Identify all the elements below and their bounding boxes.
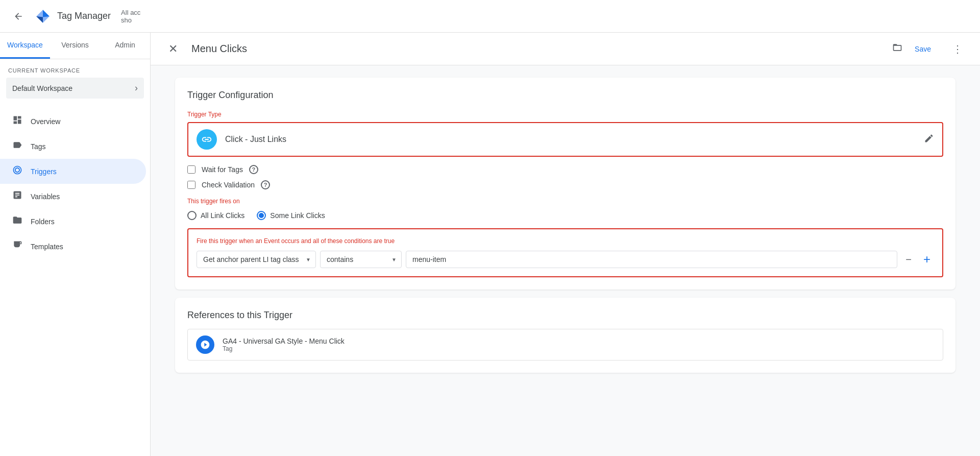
operator-select-wrapper: containsequalsstarts withends withmatche… (320, 251, 402, 268)
variable-select-wrapper: Get anchor parent LI tag class (197, 251, 316, 268)
account-info: All acc sho (121, 9, 140, 24)
conditions-label: Fire this trigger when an Event occurs a… (197, 237, 934, 245)
workspace-name: Default Workspace (12, 84, 72, 92)
trigger-type-name: Click - Just Links (225, 135, 924, 144)
sidebar-item-folders-label: Folders (31, 218, 55, 226)
sidebar-item-variables[interactable]: Variables (0, 184, 146, 209)
wait-for-tags-label: Wait for Tags (202, 165, 243, 174)
save-button[interactable]: Save (902, 41, 943, 57)
workspace-arrow-icon: › (135, 83, 138, 93)
folder-icon[interactable] (892, 42, 902, 55)
sidebar-item-variables-label: Variables (31, 193, 60, 201)
workspace-selector[interactable]: Default Workspace › (6, 78, 144, 99)
references-card: References to this Trigger GA4 - Univers… (175, 298, 955, 373)
close-button[interactable]: ✕ (163, 39, 183, 59)
remove-condition-button[interactable]: − (901, 252, 916, 267)
condition-value-input[interactable] (406, 251, 897, 268)
topbar-left: Tag Manager All acc sho (8, 6, 140, 27)
reference-item[interactable]: GA4 - Universal GA Style - Menu Click Ta… (187, 329, 943, 361)
sidebar-item-templates-label: Templates (31, 243, 63, 251)
edit-trigger-type-icon[interactable] (924, 133, 934, 146)
nav-items: Overview Tags Triggers Variables (0, 105, 150, 263)
wait-for-tags-row: Wait for Tags ? (187, 165, 943, 174)
modal-actions: Save ⋮ (902, 39, 968, 59)
sidebar-item-tags[interactable]: Tags (0, 134, 146, 159)
current-workspace-label: CURRENT WORKSPACE (0, 59, 150, 76)
ref-item-name: GA4 - Universal GA Style - Menu Click (223, 337, 345, 345)
sidebar-item-folders[interactable]: Folders (0, 209, 146, 234)
radio-all-circle (187, 211, 197, 220)
sidebar-item-triggers-label: Triggers (31, 167, 57, 176)
modal-title: Menu Clicks (191, 43, 888, 55)
modal-panel: ✕ Menu Clicks Save ⋮ (151, 33, 980, 456)
trigger-type-selector[interactable]: Click - Just Links (187, 122, 943, 157)
radio-group-fires-on: All Link Clicks Some Link Clicks (187, 211, 943, 220)
ref-item-type: Tag (223, 345, 345, 352)
modal-overlay: ✕ Menu Clicks Save ⋮ (151, 33, 980, 456)
folders-icon (12, 215, 22, 228)
more-options-button[interactable]: ⋮ (947, 39, 968, 59)
overview-icon (12, 115, 22, 128)
sidebar-item-overview-label: Overview (31, 117, 60, 126)
check-validation-label: Check Validation (202, 181, 255, 189)
back-button[interactable] (8, 6, 29, 27)
modal-body: Trigger Configuration Trigger Type Click… (151, 65, 980, 456)
wait-for-tags-checkbox[interactable] (187, 165, 195, 174)
condition-row: Get anchor parent LI tag class containse… (197, 251, 934, 268)
radio-some-label: Some Link Clicks (270, 211, 325, 220)
radio-all-link-clicks[interactable]: All Link Clicks (187, 211, 244, 220)
tab-versions[interactable]: Versions (50, 33, 100, 59)
templates-icon (12, 240, 22, 253)
operator-select[interactable]: containsequalsstarts withends withmatche… (320, 251, 402, 268)
trigger-config-card: Trigger Configuration Trigger Type Click… (175, 78, 955, 290)
ref-item-icon (196, 335, 214, 354)
tags-icon (12, 140, 22, 153)
triggers-icon (12, 165, 22, 178)
tab-admin[interactable]: Admin (100, 33, 150, 59)
topbar: Tag Manager All acc sho (0, 0, 980, 33)
sidebar-item-tags-label: Tags (31, 142, 46, 151)
sidebar-item-overview[interactable]: Overview (0, 109, 146, 134)
trigger-type-icon (197, 129, 217, 150)
more-icon: ⋮ (952, 43, 963, 55)
check-validation-help-icon[interactable]: ? (261, 180, 270, 189)
radio-some-circle (257, 211, 266, 220)
references-title: References to this Trigger (187, 310, 943, 321)
sidebar-item-triggers[interactable]: Triggers (0, 159, 146, 184)
tag-manager-logo (35, 8, 51, 25)
sidebar-tabs: Workspace Versions Admin (0, 33, 150, 59)
check-validation-checkbox[interactable] (187, 181, 195, 189)
sidebar-item-templates[interactable]: Templates (0, 234, 146, 259)
tab-workspace[interactable]: Workspace (0, 33, 50, 59)
radio-all-label: All Link Clicks (201, 211, 244, 220)
config-card-title: Trigger Configuration (187, 90, 943, 101)
app-title: Tag Manager (57, 11, 111, 21)
sidebar: Workspace Versions Admin CURRENT WORKSPA… (0, 33, 151, 456)
variable-select[interactable]: Get anchor parent LI tag class (197, 251, 316, 268)
modal-header: ✕ Menu Clicks Save ⋮ (151, 33, 980, 65)
main-layout: Workspace Versions Admin CURRENT WORKSPA… (0, 33, 980, 456)
check-validation-row: Check Validation ? (187, 180, 943, 189)
variables-icon (12, 190, 22, 203)
add-condition-button[interactable]: + (920, 252, 934, 267)
content-area: Triggers Trigger (151, 33, 980, 456)
trigger-type-label: Trigger Type (187, 111, 943, 118)
fires-on-label: This trigger fires on (187, 198, 943, 205)
ref-item-info: GA4 - Universal GA Style - Menu Click Ta… (223, 337, 345, 352)
radio-some-link-clicks[interactable]: Some Link Clicks (257, 211, 325, 220)
conditions-box: Fire this trigger when an Event occurs a… (187, 228, 943, 277)
wait-for-tags-help-icon[interactable]: ? (249, 165, 258, 174)
